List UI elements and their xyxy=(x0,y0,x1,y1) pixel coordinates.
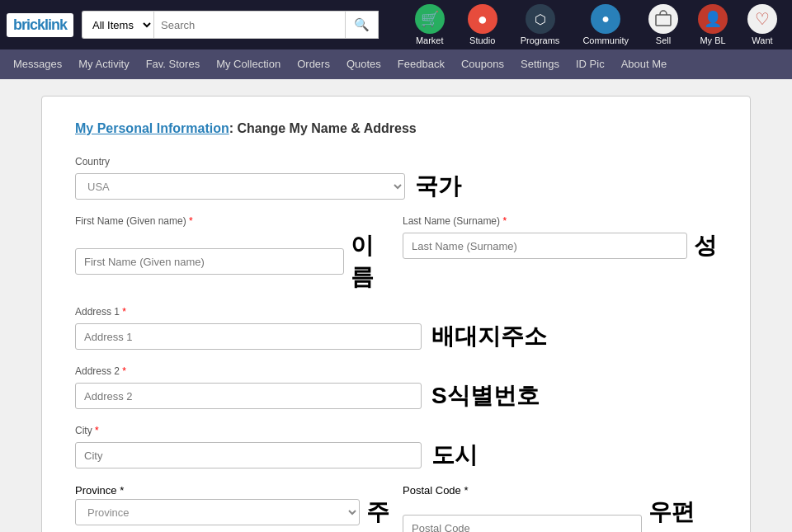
address2-group: Address 2 * S식별번호 xyxy=(75,365,717,412)
address1-group: Address 1 * 배대지주소 xyxy=(75,306,717,352)
nav-settings[interactable]: Settings xyxy=(512,49,568,79)
market-label: Market xyxy=(416,35,444,45)
sell-icon xyxy=(648,4,678,34)
nav-feedback[interactable]: Feedback xyxy=(389,49,453,79)
address1-korean: 배대지주소 xyxy=(431,321,547,352)
nav-messages[interactable]: Messages xyxy=(5,49,70,79)
nav-community[interactable]: ● Community xyxy=(571,0,640,50)
address2-korean: S식별번호 xyxy=(431,380,540,412)
firstname-label: First Name (Given name) * xyxy=(75,215,389,227)
community-icon: ● xyxy=(591,4,620,34)
main-content: My Personal Information: Change My Name … xyxy=(0,79,792,532)
search-category-dropdown[interactable]: All Items xyxy=(82,11,153,39)
address1-input[interactable] xyxy=(75,323,422,350)
logo-text: bricklink xyxy=(13,16,67,33)
search-button[interactable]: 🔍 xyxy=(345,12,378,38)
lastname-label: Last Name (Surname) * xyxy=(403,215,717,227)
province-group: Province * Province CA NY TX 주 xyxy=(75,484,389,532)
lastname-korean: 성 xyxy=(694,230,717,261)
lastname-input[interactable] xyxy=(403,233,687,259)
nav-mycollection[interactable]: My Collection xyxy=(208,49,289,79)
nav-coupons[interactable]: Coupons xyxy=(453,49,512,79)
programs-label: Programs xyxy=(521,35,560,45)
nav-idpic[interactable]: ID Pic xyxy=(568,49,613,79)
address2-input[interactable] xyxy=(75,383,422,409)
postal-input[interactable] xyxy=(403,515,642,532)
city-input[interactable] xyxy=(75,442,422,468)
postal-korean: 우편번호 xyxy=(648,497,717,532)
change-address-form: Country USA Canada United Kingdom 국가 Fir… xyxy=(75,156,717,532)
firstname-group: First Name (Given name) * 이름 xyxy=(75,215,389,293)
address1-label: Address 1 * xyxy=(75,306,717,318)
address2-label: Address 2 * xyxy=(75,365,717,377)
nav-favstores[interactable]: Fav. Stores xyxy=(138,49,209,79)
search-input[interactable] xyxy=(154,12,345,38)
svg-rect-0 xyxy=(656,15,671,26)
search-input-wrap: 🔍 xyxy=(153,11,379,39)
nav-market[interactable]: 🛒 Market xyxy=(403,0,456,50)
secondary-navigation: Messages My Activity Fav. Stores My Coll… xyxy=(0,49,792,79)
nav-quotes[interactable]: Quotes xyxy=(338,49,389,79)
nav-sell[interactable]: Sell xyxy=(640,0,686,50)
logo[interactable]: bricklink xyxy=(7,13,73,37)
form-container: My Personal Information: Change My Name … xyxy=(41,96,751,532)
mybl-icon: 👤 xyxy=(698,4,728,34)
firstname-input[interactable] xyxy=(75,248,344,275)
city-label: City * xyxy=(75,425,717,436)
nav-aboutme[interactable]: About Me xyxy=(613,49,676,79)
breadcrumb-link[interactable]: My Personal Information xyxy=(75,121,229,135)
city-group: City * 도시 xyxy=(75,425,717,471)
community-label: Community xyxy=(582,35,629,45)
postal-label: Postal Code * xyxy=(403,484,469,497)
nav-orders[interactable]: Orders xyxy=(289,49,338,79)
nav-icons: 🛒 Market ● Studio ⬡ Programs ● Community… xyxy=(403,0,785,50)
name-row: First Name (Given name) * 이름 Last Name (… xyxy=(75,215,717,306)
country-label: Country xyxy=(75,156,717,167)
province-label: Province * xyxy=(75,484,124,497)
want-label: Want xyxy=(752,35,772,45)
nav-studio[interactable]: ● Studio xyxy=(456,0,509,50)
postal-group: Postal Code * 우편번호 xyxy=(403,484,717,532)
sell-label: Sell xyxy=(656,35,671,45)
lastname-group: Last Name (Surname) * 성 xyxy=(403,215,717,293)
firstname-korean: 이름 xyxy=(351,230,389,293)
programs-icon: ⬡ xyxy=(526,4,555,34)
search-area: All Items 🔍 xyxy=(82,11,379,39)
city-korean: 도시 xyxy=(431,440,478,471)
nav-myactivity[interactable]: My Activity xyxy=(70,49,137,79)
studio-label: Studio xyxy=(469,35,495,45)
top-navigation: bricklink All Items 🔍 🛒 Market ● Studio … xyxy=(0,0,792,49)
country-korean: 국가 xyxy=(415,171,461,202)
country-select[interactable]: USA Canada United Kingdom xyxy=(75,173,405,200)
nav-programs[interactable]: ⬡ Programs xyxy=(509,0,572,50)
market-icon: 🛒 xyxy=(415,4,445,34)
province-korean: 주 xyxy=(366,497,389,528)
nav-mybl[interactable]: 👤 My BL xyxy=(686,0,739,50)
nav-want[interactable]: ♡ Want xyxy=(739,0,785,50)
page-title: My Personal Information: Change My Name … xyxy=(75,121,717,136)
province-select[interactable]: Province CA NY TX xyxy=(75,499,360,525)
studio-icon: ● xyxy=(468,4,497,34)
mybл-label: My BL xyxy=(700,35,725,45)
country-group: Country USA Canada United Kingdom 국가 xyxy=(75,156,717,202)
want-icon: ♡ xyxy=(747,4,777,34)
province-postal-row: Province * Province CA NY TX 주 P xyxy=(75,484,717,532)
